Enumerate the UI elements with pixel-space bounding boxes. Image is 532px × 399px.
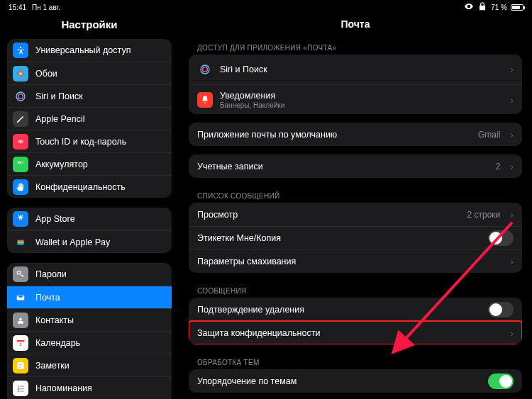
svg-point-30 bbox=[201, 65, 209, 74]
sidebar-item-mail[interactable]: Почта bbox=[7, 286, 172, 308]
svg-rect-13 bbox=[17, 243, 23, 245]
main-title: Почта bbox=[179, 14, 532, 38]
svg-text:1: 1 bbox=[20, 342, 22, 346]
appstore-icon bbox=[13, 211, 28, 227]
sidebar-item-reminders[interactable]: Напоминания bbox=[7, 376, 172, 399]
bell-icon bbox=[197, 92, 213, 108]
row-subtitle: Баннеры, Наклейки bbox=[220, 101, 284, 109]
sidebar-item-wallet[interactable]: Wallet и Apple Pay bbox=[7, 230, 172, 253]
row-title: Этикетки Мне/Копия bbox=[197, 233, 281, 243]
chevron-right-icon: › bbox=[510, 64, 514, 75]
svg-point-6 bbox=[16, 92, 25, 101]
key-icon bbox=[13, 266, 28, 282]
sidebar-item-label: App Store bbox=[35, 214, 75, 224]
row-value: 2 строки bbox=[467, 210, 501, 220]
calendar-icon: 1 bbox=[13, 335, 28, 351]
setting-row-default-app[interactable]: Приложение почты по умолчаниюGmail› bbox=[189, 123, 522, 146]
wallet-icon bbox=[13, 235, 28, 250]
sidebar-item-pencil[interactable]: Apple Pencil bbox=[7, 107, 172, 130]
status-date: Пн 1 авг. bbox=[32, 4, 60, 11]
row-title: Учетные записи bbox=[197, 162, 263, 172]
sidebar-item-calendar[interactable]: 1Календарь bbox=[7, 331, 172, 354]
svg-rect-9 bbox=[18, 162, 21, 163]
battery-icon bbox=[13, 157, 28, 172]
svg-point-25 bbox=[18, 388, 19, 389]
sidebar-item-label: Apple Pencil bbox=[35, 114, 85, 124]
row-value: Gmail bbox=[478, 130, 500, 140]
mail-icon bbox=[13, 290, 28, 305]
sidebar-item-touchid[interactable]: Touch ID и код-пароль bbox=[7, 130, 172, 152]
eye-icon bbox=[464, 1, 474, 13]
chevron-right-icon: › bbox=[510, 94, 514, 106]
row-title: Упорядочение по темам bbox=[197, 376, 297, 386]
setting-row-preview[interactable]: Просмотр2 строки› bbox=[189, 203, 522, 226]
row-title: Подтверждение удаления bbox=[197, 305, 304, 315]
svg-point-2 bbox=[19, 69, 22, 72]
sidebar-item-contacts[interactable]: Контакты bbox=[7, 308, 172, 331]
toggle-switch[interactable] bbox=[488, 230, 514, 246]
toggle-switch[interactable] bbox=[488, 302, 514, 317]
sidebar-item-label: Touch ID и код-пароль bbox=[35, 137, 126, 147]
sidebar-item-wallpaper[interactable]: Обои bbox=[7, 62, 172, 84]
setting-row-notifications[interactable]: УведомленияБаннеры, Наклейки› bbox=[189, 84, 522, 114]
pencil-icon bbox=[13, 111, 28, 127]
sidebar-item-label: Обои bbox=[35, 69, 57, 79]
sidebar-item-battery[interactable]: Аккумулятор bbox=[7, 152, 172, 175]
setting-row-confirm-delete[interactable]: Подтверждение удаления bbox=[189, 298, 522, 321]
row-title: Siri и Поиск bbox=[220, 64, 267, 74]
svg-point-7 bbox=[18, 94, 23, 99]
sidebar-item-label: Контакты bbox=[35, 315, 74, 325]
hand-icon bbox=[13, 179, 28, 195]
chevron-right-icon: › bbox=[510, 161, 514, 172]
svg-point-26 bbox=[18, 390, 19, 391]
battery-percent: 71 % bbox=[491, 4, 507, 11]
row-title: Просмотр bbox=[197, 210, 238, 220]
status-time: 15:41 bbox=[9, 4, 26, 11]
section-label: СПИСОК СООБЩЕНИЙ bbox=[189, 186, 522, 203]
setting-row-to-cc-labels[interactable]: Этикетки Мне/Копия bbox=[189, 226, 522, 249]
sidebar-item-label: Напоминания bbox=[35, 383, 92, 393]
setting-row-siri-search[interactable]: Siri и Поиск› bbox=[189, 55, 522, 84]
row-title: Параметры смахивания bbox=[197, 257, 296, 266]
svg-rect-18 bbox=[17, 339, 25, 341]
lock-icon bbox=[477, 1, 487, 13]
main-panel: Почта ДОСТУП ДЛЯ ПРИЛОЖЕНИЯ «ПОЧТА»Siri … bbox=[179, 14, 532, 399]
sidebar-item-label: Универсальный доступ bbox=[35, 45, 131, 55]
chevron-right-icon: › bbox=[510, 209, 514, 220]
svg-rect-11 bbox=[17, 240, 23, 241]
svg-point-1 bbox=[19, 72, 22, 75]
battery-icon bbox=[511, 4, 523, 11]
setting-row-swipe-options[interactable]: Параметры смахивания› bbox=[189, 249, 522, 273]
svg-point-14 bbox=[17, 271, 21, 274]
setting-row-organize-by-thread[interactable]: Упорядочение по темам bbox=[189, 369, 522, 393]
svg-point-24 bbox=[18, 385, 19, 386]
sidebar-item-appstore[interactable]: App Store bbox=[7, 208, 172, 230]
svg-point-5 bbox=[22, 72, 25, 75]
sidebar-title: Настройки bbox=[0, 14, 179, 39]
accessibility-icon bbox=[13, 43, 28, 58]
sidebar-item-label: Календарь bbox=[35, 338, 80, 348]
sidebar-item-privacy[interactable]: Конфиденциальность bbox=[7, 175, 172, 198]
sidebar-item-siri-search[interactable]: Siri и Поиск bbox=[7, 84, 172, 107]
chevron-right-icon: › bbox=[510, 256, 514, 267]
flower-icon bbox=[13, 66, 28, 82]
row-title: Защита конфиденциальности bbox=[197, 328, 320, 338]
svg-point-16 bbox=[19, 317, 22, 320]
sidebar-item-passwords[interactable]: Пароли bbox=[7, 263, 172, 286]
sidebar-item-label: Почта bbox=[35, 293, 60, 303]
sidebar-item-label: Аккумулятор bbox=[35, 159, 88, 169]
svg-point-3 bbox=[19, 74, 22, 77]
siri-icon bbox=[197, 62, 213, 77]
contact-icon bbox=[13, 313, 28, 328]
sidebar-item-label: Заметки bbox=[35, 361, 70, 371]
sidebar-item-notes[interactable]: Заметки bbox=[7, 354, 172, 376]
setting-row-privacy-protection[interactable]: Защита конфиденциальности› bbox=[189, 321, 522, 344]
sidebar-item-accessibility[interactable]: Универсальный доступ bbox=[7, 39, 172, 62]
row-value: 2 bbox=[496, 162, 501, 172]
reminders-icon bbox=[13, 381, 28, 396]
notes-icon bbox=[13, 358, 28, 373]
svg-point-31 bbox=[203, 67, 208, 72]
section-label: СООБЩЕНИЯ bbox=[189, 281, 522, 298]
setting-row-accounts[interactable]: Учетные записи2› bbox=[189, 154, 522, 178]
toggle-switch[interactable] bbox=[488, 373, 514, 389]
